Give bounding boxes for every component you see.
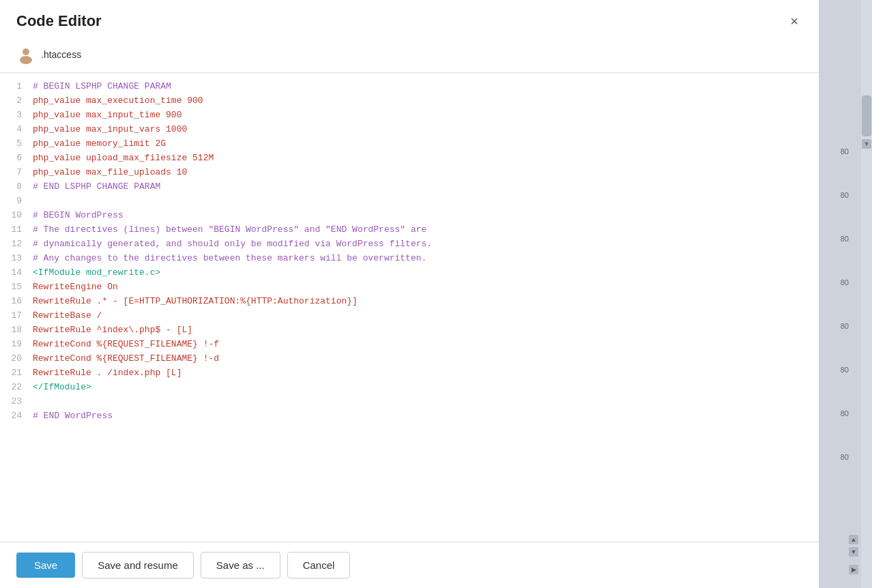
line-number: 19 xyxy=(0,338,33,352)
line-content: <IfModule mod_rewrite.c> xyxy=(33,266,160,280)
code-line: 23 xyxy=(0,395,819,409)
line-number: 13 xyxy=(0,252,33,266)
code-line: 8# END LSPHP CHANGE PARAM xyxy=(0,180,819,194)
code-line: 9 xyxy=(0,194,819,209)
line-content: # BEGIN LSPHP CHANGE PARAM xyxy=(33,80,171,94)
panel-label-7: 80 xyxy=(819,409,858,417)
line-number: 14 xyxy=(0,266,33,280)
code-line: 18RewriteRule ^index\.php$ - [L] xyxy=(0,323,819,338)
panel-label-3: 80 xyxy=(819,235,858,243)
line-number: 8 xyxy=(0,180,33,194)
line-number: 21 xyxy=(0,366,33,381)
code-line: 15RewriteEngine On xyxy=(0,280,819,295)
modal-title: Code Editor xyxy=(16,12,102,30)
panel-label-4: 80 xyxy=(819,278,858,286)
panel-label-6: 80 xyxy=(819,366,858,374)
line-content: php_value memory_limit 2G xyxy=(33,137,166,151)
expand-btn[interactable]: ▶ xyxy=(849,565,858,574)
line-number: 20 xyxy=(0,352,33,366)
panel-label-8: 80 xyxy=(819,453,858,461)
cancel-button[interactable]: Cancel xyxy=(287,552,351,578)
line-content: </IfModule> xyxy=(33,381,91,395)
svg-point-1 xyxy=(20,56,32,64)
modal-header: Code Editor × xyxy=(0,0,819,40)
line-number: 15 xyxy=(0,280,33,295)
code-line: 16RewriteRule .* - [E=HTTP_AUTHORIZATION… xyxy=(0,295,819,309)
line-number: 2 xyxy=(0,94,33,108)
line-number: 18 xyxy=(0,323,33,338)
line-content: php_value max_file_uploads 10 xyxy=(33,166,187,180)
code-line: 4php_value max_input_vars 1000 xyxy=(0,123,819,137)
line-number: 24 xyxy=(0,409,33,424)
line-number: 9 xyxy=(0,194,33,209)
line-content: # END LSPHP CHANGE PARAM xyxy=(33,180,160,194)
code-line: 21RewriteRule . /index.php [L] xyxy=(0,366,819,381)
save-and-resume-button[interactable]: Save and resume xyxy=(82,552,194,578)
scrollbar-thumb[interactable] xyxy=(862,95,871,136)
line-content: RewriteBase / xyxy=(33,309,102,323)
modal-footer: Save Save and resume Save as ... Cancel xyxy=(0,542,819,588)
panel-label-2: 80 xyxy=(819,191,858,199)
line-number: 10 xyxy=(0,209,33,223)
line-content: # The directives (lines) between "BEGIN … xyxy=(33,223,426,237)
code-line: 17RewriteBase / xyxy=(0,309,819,323)
code-line: 3php_value max_input_time 900 xyxy=(0,108,819,123)
code-editor-area[interactable]: 1# BEGIN LSPHP CHANGE PARAM2php_value ma… xyxy=(0,73,819,542)
code-line: 5php_value memory_limit 2G xyxy=(0,137,819,151)
line-content: RewriteRule .* - [E=HTTP_AUTHORIZATION:%… xyxy=(33,295,358,309)
line-content: RewriteEngine On xyxy=(33,280,118,295)
code-line: 13# Any changes to the directives betwee… xyxy=(0,252,819,266)
code-line: 24# END WordPress xyxy=(0,409,819,424)
code-editor-modal: Code Editor × .htaccess 1# BEGIN LSPHP C… xyxy=(0,0,819,588)
line-number: 16 xyxy=(0,295,33,309)
code-line: 14<IfModule mod_rewrite.c> xyxy=(0,266,819,280)
line-number: 12 xyxy=(0,237,33,252)
save-button[interactable]: Save xyxy=(16,553,75,578)
line-number: 6 xyxy=(0,151,33,166)
code-line: 6php_value upload_max_filesize 512M xyxy=(0,151,819,166)
svg-point-0 xyxy=(23,48,29,55)
line-number: 7 xyxy=(0,166,33,180)
modal-overlay: Code Editor × .htaccess 1# BEGIN LSPHP C… xyxy=(0,0,872,588)
scrollbar-track[interactable]: ▼ xyxy=(861,0,872,588)
line-content: # END WordPress xyxy=(33,409,113,424)
panel-label-1: 80 xyxy=(819,147,858,156)
line-content: RewriteRule ^index\.php$ - [L] xyxy=(33,323,192,338)
line-number: 23 xyxy=(0,395,33,409)
panel-label-5: 80 xyxy=(819,322,858,330)
line-number: 4 xyxy=(0,123,33,137)
save-as-button[interactable]: Save as ... xyxy=(201,552,280,578)
line-number: 11 xyxy=(0,223,33,237)
line-number: 1 xyxy=(0,80,33,94)
line-content: php_value max_execution_time 900 xyxy=(33,94,203,108)
line-content: php_value max_input_vars 1000 xyxy=(33,123,187,137)
code-line: 1# BEGIN LSPHP CHANGE PARAM xyxy=(0,80,819,94)
line-content: RewriteCond %{REQUEST_FILENAME} !-f xyxy=(33,338,219,352)
file-name-label: .htaccess xyxy=(41,49,81,60)
line-content: php_value max_input_time 900 xyxy=(33,108,181,123)
code-line: 11# The directives (lines) between "BEGI… xyxy=(0,223,819,237)
line-content: RewriteCond %{REQUEST_FILENAME} !-d xyxy=(33,352,219,366)
code-line: 19RewriteCond %{REQUEST_FILENAME} !-f xyxy=(0,338,819,352)
line-content: # dynamically generated, and should only… xyxy=(33,237,432,252)
code-line: 7php_value max_file_uploads 10 xyxy=(0,166,819,180)
code-line: 10# BEGIN WordPress xyxy=(0,209,819,223)
line-number: 17 xyxy=(0,309,33,323)
line-number: 22 xyxy=(0,381,33,395)
line-number: 5 xyxy=(0,137,33,151)
file-info-bar: .htaccess xyxy=(0,40,819,73)
close-button[interactable]: × xyxy=(786,13,802,29)
code-line: 2php_value max_execution_time 900 xyxy=(0,94,819,108)
scroll-down-btn[interactable]: ▼ xyxy=(849,547,858,557)
line-content: php_value upload_max_filesize 512M xyxy=(33,151,214,166)
line-content: RewriteRule . /index.php [L] xyxy=(33,366,181,381)
line-content: # Any changes to the directives between … xyxy=(33,252,426,266)
scroll-up-btn[interactable]: ▲ xyxy=(849,535,858,544)
user-avatar-icon xyxy=(16,45,35,64)
right-side-panel: ▼ 80 80 80 80 80 80 80 80 ▲ ▼ ▶ xyxy=(819,0,872,588)
line-content: # BEGIN WordPress xyxy=(33,209,123,223)
code-line: 22</IfModule> xyxy=(0,381,819,395)
line-number: 3 xyxy=(0,108,33,123)
code-line: 12# dynamically generated, and should on… xyxy=(0,237,819,252)
code-line: 20RewriteCond %{REQUEST_FILENAME} !-d xyxy=(0,352,819,366)
